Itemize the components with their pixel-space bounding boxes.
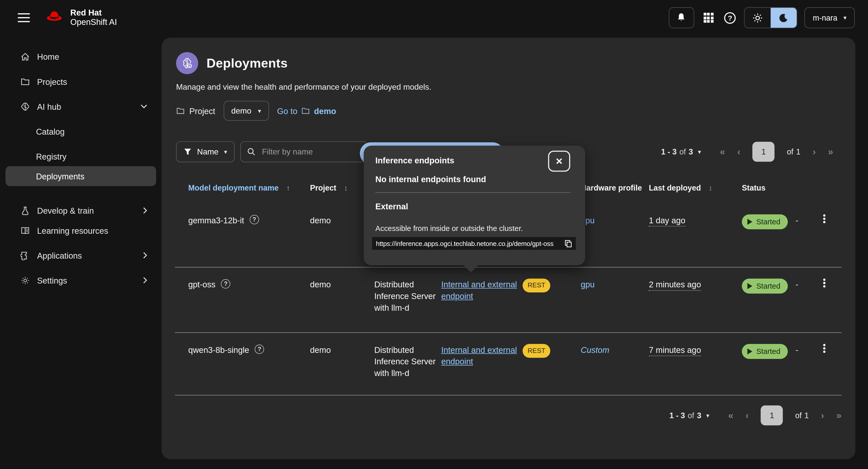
filter-attribute-dropdown[interactable]: Name ▾ [176,141,235,163]
project-icon [176,107,185,115]
sidebar-item-ai-hub[interactable]: AI hub [6,96,156,116]
sidebar-item-label: Learning resources [37,226,147,235]
kebab-menu-icon[interactable] [822,213,827,225]
brand-line-1: Red Hat [70,8,117,18]
total-pages: 1 [805,411,809,420]
column-header-status[interactable]: Status [736,183,795,192]
chevron-down-icon [141,104,147,109]
go-to-project-link[interactable]: Go to demo [277,106,336,115]
brand-text: Red Hat OpenShift AI [70,8,117,27]
play-icon [747,219,752,225]
deployment-project: demo [310,333,374,395]
dark-theme-button[interactable] [771,8,797,28]
nav-toggle-hamburger-icon[interactable] [18,13,30,22]
username: m-nara [813,13,837,22]
page-description: Manage and view the health and performan… [176,83,842,91]
flask-icon [20,206,30,215]
last-page-button[interactable]: » [828,147,833,156]
status-badge[interactable]: Started [742,344,787,359]
serving-runtime: Distributed Inference Server with llm-d [374,267,441,332]
previous-page-button[interactable]: ‹ [746,411,749,420]
masthead: Red Hat OpenShift AI ? [0,0,868,35]
deployment-name: gemma3-12b-it [188,214,244,226]
help-icon[interactable]: ? [250,215,259,224]
hardware-profile-link[interactable]: Custom [581,345,610,354]
help-icon[interactable]: ? [221,279,230,289]
kebab-menu-icon[interactable] [822,342,827,354]
sidebar-item-deployments[interactable]: Deployments [6,166,156,186]
sidebar-item-develop-train[interactable]: Develop & train [6,201,156,220]
sidebar-item-applications[interactable]: Applications [6,245,156,265]
copy-icon[interactable] [565,240,572,247]
search-input[interactable] [261,147,361,157]
user-menu[interactable]: m-nara ▾ [805,7,855,28]
last-deployed-timestamp[interactable]: 2 minutes ago [649,280,701,291]
column-header-hardware-profile[interactable]: Hardware profile [574,183,649,192]
apps-grid-icon [704,12,714,23]
endpoint-link[interactable]: Internal and external endpoint [441,345,517,366]
endpoint-url: https://inference.apps.ogci.techlab.neto… [376,240,561,247]
page-title: Deployments [207,56,288,70]
help-icon[interactable]: ? [255,345,264,354]
caret-down-icon: ▾ [698,149,701,155]
sidebar-item-learning-resources[interactable]: Learning resources [6,221,156,240]
help-button[interactable]: ? [724,12,736,24]
moon-icon [779,13,788,22]
next-page-button[interactable]: › [821,411,824,420]
gear-icon [20,276,30,285]
api-protocol-badge: REST [523,279,550,293]
chevron-right-icon [143,277,147,284]
masthead-actions: ? [669,7,855,28]
first-page-button[interactable]: « [728,411,734,420]
first-page-button[interactable]: « [720,147,725,156]
last-deployed-timestamp[interactable]: 1 day ago [649,215,685,227]
go-to-target: demo [314,106,336,115]
play-icon [747,283,752,289]
current-page-input[interactable] [752,142,775,162]
close-icon[interactable]: ✕ [548,151,570,172]
sidebar: Home Projects AI hub Catalog [0,35,162,469]
sort-icon: ↕ [344,184,348,192]
page-of-label: of [787,147,793,156]
endpoint-link[interactable]: Internal and external endpoint [441,280,517,301]
hardware-profile-link[interactable]: gpu [581,280,595,289]
sidebar-item-catalog[interactable]: Catalog [6,121,156,141]
kebab-menu-icon[interactable] [822,277,827,289]
status-badge[interactable]: Started [742,279,787,294]
project-dropdown[interactable]: demo ▾ [223,101,269,121]
sidebar-item-registry[interactable]: Registry [6,146,156,166]
column-header-model-deployment-name[interactable]: Model deployment name ↑ [175,183,310,192]
app-launcher-button[interactable] [704,12,714,23]
expand-placeholder: - [796,333,822,395]
previous-page-button[interactable]: ‹ [737,147,740,156]
sidebar-item-settings[interactable]: Settings [6,270,156,290]
sidebar-item-home[interactable]: Home [6,47,156,66]
last-deployed-timestamp[interactable]: 7 minutes ago [649,345,701,356]
sidebar-item-projects[interactable]: Projects [6,71,156,91]
openshift-ai-console: Red Hat OpenShift AI ? [0,0,868,469]
per-page-menu-toggle[interactable]: 1 - 3 of 3 ▾ [661,147,701,156]
light-theme-button[interactable] [745,8,771,28]
book-icon [20,226,30,235]
theme-toggle [744,7,797,28]
page-of-label: of [795,411,802,420]
table-row: qwen3-8b-single ? demo Distributed Infer… [175,333,842,395]
caret-down-icon: ▾ [706,412,709,418]
notifications-button[interactable] [669,7,694,28]
column-header-last-deployed[interactable]: Last deployed ↕ [649,183,736,192]
per-page-menu-toggle[interactable]: 1 - 3 of 3 ▾ [670,411,709,420]
folder-icon [20,77,30,86]
caret-down-icon: ▾ [224,149,227,155]
name-filter-field [241,141,368,163]
status-badge[interactable]: Started [742,214,787,229]
sidebar-item-label: Deployments [36,172,147,181]
chevron-right-icon [143,207,147,214]
current-page-input[interactable] [761,406,783,425]
last-page-button[interactable]: » [836,411,842,420]
deployment-name: gpt-oss [188,279,215,290]
total-pages: 1 [796,147,801,156]
next-page-button[interactable]: › [813,147,816,156]
pagination-of-label: of [679,147,686,156]
sidebar-item-label: AI hub [37,101,141,111]
brand-logo: Red Hat OpenShift AI [43,8,117,27]
